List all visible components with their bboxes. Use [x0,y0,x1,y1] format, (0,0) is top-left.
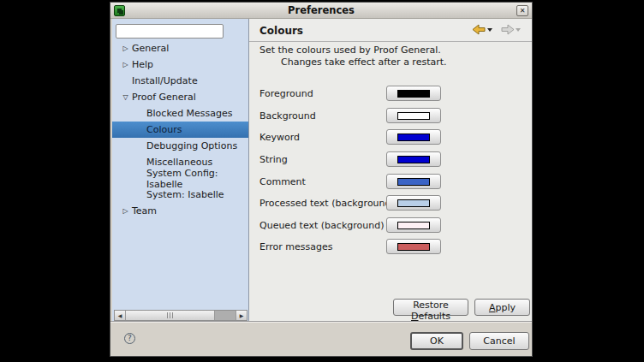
color-swatch-string[interactable] [386,151,441,167]
back-button[interactable] [472,24,493,35]
sidebar-item-label: Proof General [132,92,196,103]
restore-defaults-button[interactable]: Restore Defaults [393,299,468,316]
color-swatch-fill [397,199,430,207]
description-line: Set the colours used by Proof General. [259,45,447,56]
sidebar-item-general[interactable]: ▷ General [112,40,248,56]
color-row-comment: Comment [259,174,523,189]
description-line: Changes take effect after a restart. [259,56,447,68]
color-swatch-queued-text[interactable] [386,217,441,233]
color-row-error-messages: Error messages [259,239,523,254]
color-swatch-fill [397,156,430,163]
window-title: Preferences [110,4,532,16]
sidebar-item-label: Help [132,59,153,70]
sidebar-item-debugging-options[interactable]: Debugging Options [112,138,248,154]
sidebar-item-label: Blocked Messages [146,108,233,119]
forward-button[interactable] [500,24,522,35]
tree-filter-input[interactable] [116,24,224,39]
scroll-right-icon[interactable]: ▶ [236,311,247,320]
sidebar-item-label: Colours [146,124,182,135]
forward-arrow-icon [500,24,515,35]
color-row-string: String [259,151,523,167]
color-swatch-fill [397,178,430,186]
color-swatch-fill [397,90,430,98]
sidebar-item-team[interactable]: ▷ Team [112,203,248,219]
expand-expanded-icon[interactable]: ▽ [119,93,132,101]
color-swatch-processed-text[interactable] [386,195,441,211]
color-swatch-fill [397,112,430,120]
color-row-background: Background [259,108,523,123]
expand-collapsed-icon[interactable]: ▷ [119,207,132,215]
preferences-dialog: Preferences ✕ ▷ General ▷ Help Install/U… [110,2,533,357]
scrollbar-track[interactable] [215,311,236,320]
preferences-tree-panel: ▷ General ▷ Help Install/Update ▽ Proof … [112,19,248,321]
expand-collapsed-icon[interactable]: ▷ [119,45,132,52]
page-button-bar: Restore Defaults Apply [249,299,532,316]
close-icon[interactable]: ✕ [516,5,528,16]
sidebar-item-label: Debugging Options [146,140,237,151]
color-label: Foreground [259,88,313,99]
apply-button[interactable]: Apply [474,299,530,316]
sidebar-item-blocked-messages[interactable]: Blocked Messages [112,105,248,122]
dialog-footer: ? OK Cancel [110,321,532,356]
color-swatch-comment[interactable] [386,174,441,189]
color-row-queued-text: Queued text (background) [259,217,523,233]
tree-horizontal-scrollbar[interactable]: ◀ ▶ [114,310,247,321]
back-dropdown-icon[interactable] [487,24,493,35]
color-label: Queued text (background) [259,220,384,231]
color-swatch-fill [397,243,430,251]
sidebar-item-label: System Config: Isabelle [146,168,248,190]
sidebar-item-label: Miscellaneous [146,157,212,168]
ok-button[interactable]: OK [410,332,463,350]
colours-preference-page: Colours [248,19,532,321]
help-icon[interactable]: ? [124,333,135,344]
titlebar[interactable]: Preferences ✕ [110,3,532,19]
sidebar-item-system-config-isabelle[interactable]: System Config: Isabelle [112,170,248,187]
color-swatch-fill [397,134,430,141]
forward-dropdown-icon[interactable] [516,24,522,35]
sidebar-item-proof-general[interactable]: ▽ Proof General [112,89,248,105]
cancel-button[interactable]: Cancel [469,332,529,350]
color-swatch-error-messages[interactable] [386,239,441,254]
back-arrow-icon [472,24,486,35]
color-swatch-fill [397,222,430,229]
scrollbar-thumb[interactable] [126,311,215,320]
color-label: Processed text (background) [259,198,395,209]
color-row-keyword: Keyword [259,129,523,145]
sidebar-item-install-update[interactable]: Install/Update [112,73,248,89]
sidebar-item-label: Install/Update [132,75,198,86]
expand-collapsed-icon[interactable]: ▷ [119,61,132,68]
sidebar-item-help[interactable]: ▷ Help [112,56,248,73]
sidebar-item-label: System: Isabelle [146,189,224,200]
page-description: Set the colours used by Proof General. C… [259,45,447,68]
sidebar-item-label: Team [132,205,157,217]
sidebar-item-label: General [132,43,169,54]
color-row-processed-text: Processed text (background) [259,195,523,211]
scroll-left-icon[interactable]: ◀ [115,311,126,320]
sidebar-item-colours[interactable]: Colours [112,122,248,138]
color-label: Background [259,110,316,122]
preferences-tree: ▷ General ▷ Help Install/Update ▽ Proof … [112,40,248,219]
page-header: Colours [249,19,532,42]
color-label: String [259,154,288,165]
color-row-foreground: Foreground [259,86,523,101]
color-swatch-foreground[interactable] [386,86,441,101]
page-title: Colours [259,25,303,37]
color-label: Keyword [259,132,300,143]
color-label: Error messages [259,241,332,252]
color-swatch-background[interactable] [386,108,441,123]
color-swatch-keyword[interactable] [386,129,441,145]
color-label: Comment [259,176,306,187]
